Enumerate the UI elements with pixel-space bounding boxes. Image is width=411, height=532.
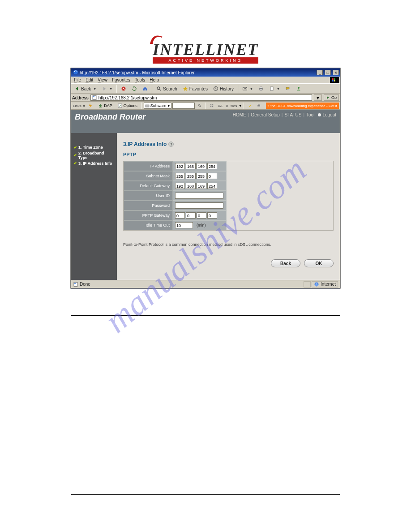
software-search-input[interactable]	[172, 103, 195, 109]
software-search-button[interactable]	[196, 103, 204, 109]
messenger-button[interactable]	[294, 85, 304, 93]
pptp-gateway-oct-4[interactable]: 0	[207, 212, 217, 219]
nav-home[interactable]: HOME	[233, 112, 246, 117]
printer-icon	[257, 103, 261, 108]
logout-dot-icon	[318, 113, 321, 116]
svg-rect-20	[210, 104, 211, 105]
drive-icon	[145, 103, 150, 108]
stop-icon	[121, 86, 126, 91]
brush-button[interactable]	[246, 103, 254, 109]
bolt-icon	[88, 103, 93, 108]
minimize-button[interactable]: _	[317, 70, 323, 75]
subnet-mask-oct-1[interactable]: 255	[175, 173, 185, 179]
menu-favorites[interactable]: Favorites	[110, 77, 132, 83]
subnet-mask-oct-4[interactable]: 0	[207, 173, 217, 179]
sidebar-item-time-zone[interactable]: ✔ 1. Time Zone	[74, 146, 114, 150]
svg-rect-22	[210, 106, 211, 107]
menu-tools[interactable]: Tools	[133, 77, 147, 83]
nav-general-setup[interactable]: General Setup	[251, 112, 280, 117]
back-button[interactable]: Back	[271, 259, 300, 267]
subnet-mask-label: Subnet Mask	[124, 171, 173, 181]
default-gateway-oct-1[interactable]: 192	[175, 183, 185, 189]
nav-status[interactable]: STATUS	[284, 112, 301, 117]
ip-address-oct-1[interactable]: 192	[175, 163, 185, 169]
edit-icon	[269, 86, 274, 91]
pptp-gateway-oct-2[interactable]: 0	[186, 212, 196, 219]
check-icon: ✔	[74, 162, 77, 166]
toggle-dap-button[interactable]	[86, 103, 95, 109]
edit-button[interactable]: ▼	[267, 85, 282, 93]
download-icon	[98, 103, 103, 108]
search-icon	[156, 86, 162, 91]
svg-rect-18	[146, 105, 149, 107]
sidebar-item-ip-address-info[interactable]: ✔ 3. IP Address Info	[74, 162, 114, 166]
ip-address-oct-4[interactable]: 254	[207, 163, 217, 169]
grid-icon-button[interactable]	[208, 103, 216, 109]
subnet-mask-oct-2[interactable]: 255	[186, 173, 196, 179]
mail-button[interactable]: ▼	[240, 85, 255, 93]
printer-button[interactable]	[255, 103, 263, 109]
brush-icon	[248, 103, 252, 108]
menu-edit[interactable]: Edit	[84, 77, 95, 83]
history-button[interactable]: History	[211, 85, 236, 93]
favorites-button[interactable]: Favorites	[180, 85, 210, 93]
status-zone-internet: Internet	[312, 281, 338, 287]
search-button[interactable]: Search	[154, 85, 180, 93]
nav-logout[interactable]: Logout	[318, 112, 336, 117]
default-gateway-oct-2[interactable]: 168	[186, 183, 196, 189]
svg-rect-25	[258, 104, 260, 105]
maximize-button[interactable]: □	[325, 70, 331, 75]
dap-promo-banner[interactable]: » the BEST downloading experience - Get …	[266, 103, 339, 109]
default-gateway-oct-3[interactable]: 169	[197, 183, 206, 189]
close-button[interactable]: ✕	[333, 70, 339, 75]
forward-button[interactable]: ▼	[99, 85, 115, 93]
ip-address-oct-3[interactable]: 169	[197, 163, 206, 169]
idle-timeout-input[interactable]: 10	[175, 222, 193, 228]
password-input[interactable]	[175, 202, 223, 209]
menu-bar: File Edit View Favorites Tools Help	[71, 77, 340, 84]
idle-timeout-cell: 10 (min)	[173, 220, 227, 230]
nav-tool[interactable]: Tool	[306, 112, 314, 117]
password-label: Password	[124, 201, 173, 210]
options-link[interactable]: Options	[116, 103, 140, 109]
software-dropdown[interactable]: Software ▼	[144, 103, 171, 109]
files-caret-icon[interactable]: ▼	[239, 104, 242, 107]
svg-rect-4	[332, 80, 334, 82]
back-button[interactable]: Back ▼	[72, 85, 98, 93]
search-label: Search	[163, 86, 177, 91]
logo-text: INTELLINET	[153, 40, 258, 59]
dap-link[interactable]: DAP	[96, 103, 115, 109]
refresh-button[interactable]	[129, 85, 139, 93]
menu-file[interactable]: File	[72, 77, 83, 83]
address-dropdown-button[interactable]: ▼	[314, 94, 322, 101]
menu-view[interactable]: View	[96, 77, 109, 83]
svg-point-16	[93, 96, 94, 98]
pptp-form: IP Address 192 168 169 254 Subnet Mask	[123, 161, 334, 231]
svg-point-19	[198, 104, 200, 106]
svg-point-27	[74, 283, 76, 284]
ip-address-oct-2[interactable]: 168	[186, 163, 196, 169]
menu-help[interactable]: Help	[148, 77, 161, 83]
sidebar-item-broadband-type[interactable]: ✔ 2. Broadband Type	[74, 151, 114, 160]
default-gateway-oct-4[interactable]: 254	[207, 183, 217, 189]
user-id-input[interactable]	[175, 193, 223, 199]
address-input[interactable]: http://192.168.2.1/setupw.stm	[90, 94, 312, 101]
user-id-cell	[173, 191, 227, 201]
links-expand-icon[interactable]: »	[83, 104, 85, 108]
discuss-button[interactable]	[283, 85, 293, 93]
pptp-gateway-oct-1[interactable]: 0	[175, 212, 185, 219]
go-button[interactable]: Go	[324, 94, 339, 101]
pptp-gateway-oct-3[interactable]: 0	[197, 212, 206, 219]
ok-button[interactable]: OK	[304, 259, 334, 267]
back-arrow-icon	[74, 86, 80, 91]
svg-rect-13	[270, 87, 273, 90]
svg-rect-21	[212, 104, 213, 105]
help-icon[interactable]: ?	[168, 142, 174, 147]
dl-label: D/L	[217, 104, 224, 108]
subnet-mask-oct-3[interactable]: 255	[197, 173, 206, 179]
page-icon	[92, 95, 97, 100]
stop-button[interactable]	[119, 85, 128, 93]
home-button[interactable]	[140, 85, 150, 93]
history-label: History	[220, 86, 234, 91]
print-button[interactable]	[256, 85, 266, 93]
